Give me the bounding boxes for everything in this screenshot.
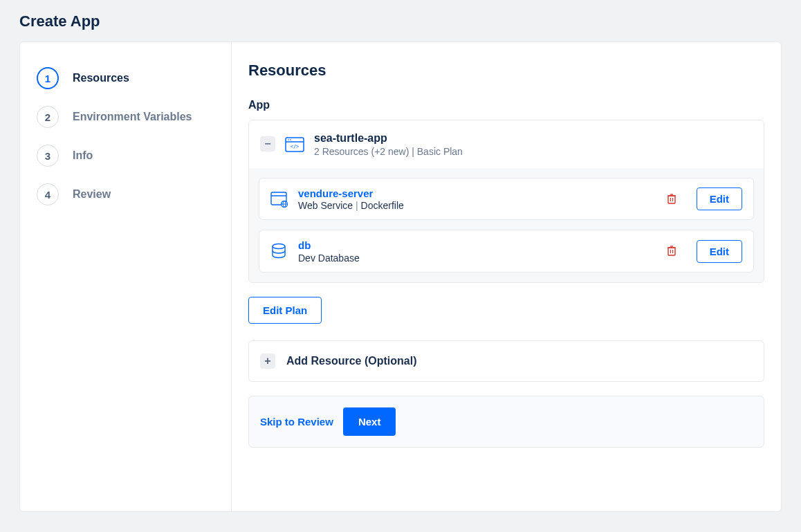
resource-info: db Dev Database (298, 239, 656, 264)
step-info[interactable]: 3 Info (20, 136, 231, 175)
resource-name[interactable]: db (298, 239, 656, 253)
app-header: − </> sea-turtle-app 2 Resources (+2 new… (249, 120, 764, 168)
step-number: 1 (37, 67, 59, 89)
step-label: Review (73, 188, 111, 201)
resource-card-db: db Dev Database (259, 230, 754, 273)
step-environment-variables[interactable]: 2 Environment Variables (20, 98, 231, 136)
step-label: Info (73, 149, 93, 162)
app-name: sea-turtle-app (314, 131, 463, 146)
page-title: Create App (19, 12, 782, 30)
resource-meta: Web Service | Dockerfile (298, 200, 656, 211)
delete-button[interactable] (666, 193, 679, 205)
app-info: sea-turtle-app 2 Resources (+2 new) | Ba… (314, 131, 463, 157)
page-header: Create App (0, 0, 801, 42)
svg-text:</>: </> (291, 144, 300, 149)
resource-name[interactable]: vendure-server (298, 187, 656, 201)
step-number: 2 (37, 106, 59, 128)
edit-button[interactable]: Edit (697, 187, 742, 210)
next-button[interactable]: Next (343, 407, 396, 436)
svg-rect-10 (668, 196, 675, 203)
steps-sidebar: 1 Resources 2 Environment Variables 3 In… (20, 42, 232, 511)
edit-plan-button[interactable]: Edit Plan (248, 297, 322, 324)
wizard-card: 1 Resources 2 Environment Variables 3 In… (19, 42, 782, 512)
web-service-icon (270, 191, 288, 208)
edit-button[interactable]: Edit (697, 240, 742, 263)
svg-point-3 (290, 140, 291, 141)
step-resources[interactable]: 1 Resources (20, 59, 231, 98)
main-content: Resources App − </> sea-turtle-a (232, 42, 781, 511)
main-heading: Resources (248, 62, 764, 80)
footer-panel: Skip to Review Next (248, 396, 764, 448)
step-label: Resources (73, 72, 129, 84)
plus-icon: + (260, 354, 275, 369)
database-icon (270, 243, 288, 259)
step-number: 4 (37, 183, 59, 205)
svg-point-2 (288, 140, 289, 141)
add-resource-panel[interactable]: + Add Resource (Optional) (248, 340, 764, 382)
skip-to-review-button[interactable]: Skip to Review (260, 409, 333, 434)
collapse-button[interactable]: − (260, 136, 275, 152)
resource-meta: Dev Database (298, 253, 656, 264)
step-number: 3 (37, 145, 59, 167)
add-resource-label: Add Resource (Optional) (286, 355, 416, 367)
app-meta: 2 Resources (+2 new) | Basic Plan (314, 146, 463, 157)
section-label: App (248, 99, 764, 111)
svg-rect-16 (668, 248, 675, 255)
step-review[interactable]: 4 Review (20, 175, 231, 214)
resources-list: vendure-server Web Service | Dockerfile (249, 168, 764, 282)
step-label: Environment Variables (73, 111, 192, 123)
svg-point-15 (273, 244, 285, 249)
resource-info: vendure-server Web Service | Dockerfile (298, 187, 656, 212)
app-group: − </> sea-turtle-app 2 Resources (+2 new… (248, 120, 764, 283)
delete-button[interactable] (666, 245, 679, 257)
minus-icon: − (264, 138, 270, 150)
resource-card-vendure-server: vendure-server Web Service | Dockerfile (259, 178, 754, 221)
app-icon: </> (285, 136, 304, 152)
